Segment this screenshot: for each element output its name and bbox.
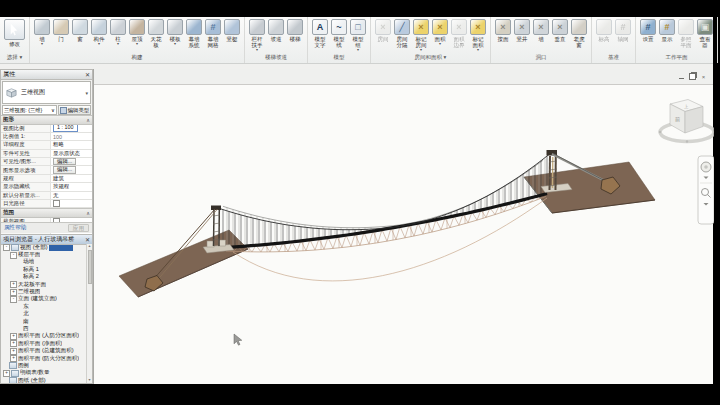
tree-item[interactable]: -立面 (建筑立面) bbox=[1, 296, 87, 303]
door-button[interactable]: 门 bbox=[52, 19, 70, 42]
model-line-button[interactable]: ~模型 线 bbox=[330, 19, 348, 48]
window-button[interactable]: 窗 bbox=[71, 19, 89, 42]
scroll-up-icon[interactable]: ▲ bbox=[87, 244, 92, 249]
expand-icon[interactable]: + bbox=[10, 281, 17, 288]
collapse-icon[interactable]: - bbox=[10, 252, 17, 259]
ceiling-button[interactable]: 天花板 bbox=[147, 19, 165, 48]
apply-button[interactable]: 应用 bbox=[68, 224, 89, 233]
railing-button[interactable]: 栏杆扶手▾ bbox=[248, 19, 266, 52]
tree-item[interactable]: 场地 bbox=[1, 259, 87, 266]
tree-item[interactable]: 标高 1 bbox=[1, 266, 87, 273]
component-dropdown-icon[interactable]: ▾ bbox=[98, 42, 100, 46]
wall-dropdown-icon[interactable]: ▾ bbox=[41, 42, 43, 46]
ribbon-group-label-build: 构建 bbox=[33, 53, 241, 63]
model-canvas[interactable]: 前上 bbox=[94, 84, 713, 384]
project-browser-close-icon[interactable]: ✕ bbox=[85, 237, 90, 243]
view-close-icon[interactable]: × bbox=[700, 73, 707, 80]
dormer-button[interactable]: 老虎窗 bbox=[570, 19, 588, 48]
curtain-grid-button[interactable]: #幕墙 网格 bbox=[204, 19, 222, 48]
property-value[interactable]: 1 : 100 bbox=[51, 125, 92, 132]
drawing-area[interactable]: × 前上 bbox=[93, 69, 713, 384]
roof-dropdown-icon[interactable]: ▾ bbox=[136, 42, 138, 46]
viewer-button[interactable]: ▣查看器 bbox=[696, 19, 714, 48]
floor-dropdown-icon[interactable]: ▾ bbox=[174, 42, 176, 46]
view-minimize-icon[interactable] bbox=[678, 73, 685, 80]
area-button[interactable]: ×面积▾ bbox=[431, 19, 449, 46]
edit-type-button[interactable]: 编辑类型 bbox=[58, 105, 91, 115]
tag-room-dropdown-icon[interactable]: ▾ bbox=[420, 48, 422, 52]
vertical-opening-button[interactable]: ×垂直 bbox=[551, 19, 569, 42]
expand-icon[interactable]: + bbox=[3, 370, 10, 377]
property-value[interactable]: 显示原状态 bbox=[51, 150, 92, 157]
model-group-button[interactable]: □模型 组▾ bbox=[349, 19, 367, 52]
property-row: 默认分析显示...无 bbox=[1, 192, 92, 200]
by-face-button[interactable]: ×按面 bbox=[494, 19, 512, 42]
properties-help-link[interactable]: 属性帮助 bbox=[4, 224, 26, 232]
tag-area-dropdown-icon[interactable]: ▾ bbox=[477, 48, 479, 52]
set-work-plane-button[interactable]: #设置 bbox=[639, 19, 657, 42]
area-dropdown-icon[interactable]: ▾ bbox=[439, 42, 441, 46]
roof-button[interactable]: 屋顶▾ bbox=[128, 19, 146, 46]
component-button[interactable]: 构件▾ bbox=[90, 19, 108, 46]
collapse-icon[interactable]: - bbox=[3, 244, 10, 251]
collapse-icon[interactable]: - bbox=[10, 296, 17, 303]
tree-item[interactable]: 东 bbox=[1, 303, 87, 310]
properties-close-icon[interactable]: ✕ bbox=[85, 72, 90, 78]
tree-item[interactable]: -楼层平面 bbox=[1, 251, 87, 258]
curtain-system-button[interactable]: 幕墙 系统 bbox=[185, 19, 203, 48]
section-header[interactable]: 范围∧ bbox=[1, 208, 92, 218]
viewcube-right-face[interactable] bbox=[685, 107, 703, 134]
instance-combobox[interactable]: 三维视图: {三维} ∨ bbox=[2, 105, 57, 115]
expand-icon[interactable]: + bbox=[10, 289, 17, 296]
expand-icon[interactable]: + bbox=[10, 333, 17, 340]
room-separator-button[interactable]: ╱房间 分隔 bbox=[393, 19, 411, 48]
tree-item[interactable]: 北 bbox=[1, 311, 87, 318]
wall-button[interactable]: 墙▾ bbox=[33, 19, 51, 46]
model-group-dropdown-icon[interactable]: ▾ bbox=[357, 48, 359, 52]
wall-opening-button[interactable]: ×墙 bbox=[532, 19, 550, 42]
property-row: 日光路径 bbox=[1, 200, 92, 208]
scroll-down-icon[interactable]: ▼ bbox=[87, 378, 92, 383]
expand-icon[interactable]: + bbox=[10, 340, 17, 347]
show-work-plane-icon: # bbox=[659, 19, 675, 35]
tree-item[interactable]: 图纸 (全部) bbox=[1, 377, 87, 383]
property-label: 比例值 1: bbox=[1, 133, 51, 140]
browser-scrollbar[interactable]: ▲ ▼ bbox=[86, 244, 92, 383]
mullion-button[interactable]: 竖梃 bbox=[223, 19, 241, 42]
tree-item[interactable]: +面积平面 (防火分区面积) bbox=[1, 355, 87, 362]
select-group-label[interactable]: 选择 ▾ bbox=[3, 53, 26, 63]
tree-item[interactable]: -视图 (全部) bbox=[1, 244, 87, 251]
ribbon-group-label-room-area[interactable]: 房间和面积 ▾ bbox=[374, 53, 487, 63]
scroll-thumb[interactable] bbox=[88, 250, 92, 284]
floor-button[interactable]: 楼板▾ bbox=[166, 19, 184, 46]
stair-button[interactable]: 楼梯 bbox=[286, 19, 304, 42]
column-button[interactable]: 柱▾ bbox=[109, 19, 127, 46]
property-value[interactable]: 粗略 bbox=[51, 141, 92, 148]
railing-dropdown-icon[interactable]: ▾ bbox=[256, 48, 258, 52]
property-value[interactable]: 编辑... bbox=[51, 158, 92, 165]
shaft-button[interactable]: ×竖井 bbox=[513, 19, 531, 42]
view-restore-icon[interactable] bbox=[689, 73, 696, 80]
property-value[interactable]: 建筑 bbox=[51, 175, 92, 182]
property-value[interactable]: 编辑... bbox=[51, 166, 92, 173]
tree-item[interactable]: 南 bbox=[1, 318, 87, 325]
property-value[interactable]: 无 bbox=[51, 192, 92, 199]
tag-area-button[interactable]: ×标记 面积▾ bbox=[469, 19, 487, 52]
show-work-plane-button[interactable]: #显示 bbox=[658, 19, 676, 42]
expand-icon[interactable]: + bbox=[10, 348, 17, 355]
checkbox[interactable] bbox=[53, 200, 60, 207]
type-selector[interactable]: 三维视图 ▾ bbox=[2, 81, 91, 104]
property-value[interactable] bbox=[51, 200, 92, 207]
modify-button[interactable]: 修改 bbox=[3, 19, 26, 47]
property-value[interactable]: 按规程 bbox=[51, 183, 92, 190]
property-value[interactable]: 100 bbox=[51, 133, 92, 140]
tag-room-button[interactable]: ×标记 房间▾ bbox=[412, 19, 430, 52]
expand-icon[interactable]: + bbox=[10, 355, 17, 362]
type-dropdown-icon[interactable]: ▾ bbox=[85, 90, 88, 96]
column-dropdown-icon[interactable]: ▾ bbox=[117, 42, 119, 46]
section-header[interactable]: 图形∧ bbox=[1, 115, 92, 125]
stair-icon bbox=[287, 19, 303, 35]
model-text-button[interactable]: A模型 文字 bbox=[311, 19, 329, 48]
ramp-button[interactable]: 坡道 bbox=[267, 19, 285, 42]
tree-item[interactable]: +天花板平面 bbox=[1, 281, 87, 288]
